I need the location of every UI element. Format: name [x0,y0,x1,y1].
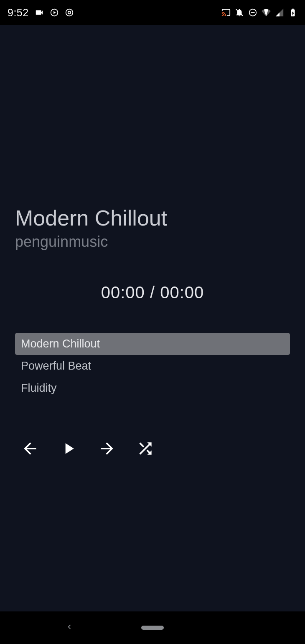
shuffle-icon [136,439,155,458]
status-bar-left: 9:52 [8,7,74,19]
playlist: Modern Chillout Powerful Beat Fluidity [15,333,290,399]
svg-point-2 [68,11,70,14]
playlist-item-label: Powerful Beat [21,360,91,373]
mute-icon [235,8,244,17]
play-icon [59,439,78,458]
arrow-right-icon [98,439,116,458]
track-title: Modern Chillout [15,25,290,231]
signal-icon [275,8,284,17]
time-display: 00:00 / 00:00 [15,283,290,302]
back-button[interactable] [65,622,74,633]
svg-point-1 [66,9,73,16]
at-circle-icon [65,8,74,17]
music-player-screen: Modern Chillout penguinmusic 00:00 / 00:… [0,25,305,611]
arrow-left-icon [21,439,39,458]
previous-button[interactable] [21,439,39,458]
total-time: 00:00 [160,283,204,302]
status-bar: 9:52 [0,0,305,25]
next-button[interactable] [98,439,116,458]
play-button[interactable] [59,439,78,458]
shuffle-button[interactable] [136,439,155,458]
elapsed-time: 00:00 [101,283,145,302]
battery-charging-icon [288,8,297,17]
playlist-item-label: Modern Chillout [21,337,100,350]
playlist-item-label: Fluidity [21,382,57,395]
playlist-item[interactable]: Modern Chillout [15,333,290,355]
time-separator: / [145,283,160,302]
navigation-bar [0,611,305,644]
dnd-icon [248,8,257,17]
clock: 9:52 [8,7,29,19]
chevron-left-icon [65,622,74,631]
cast-icon [221,8,231,17]
camera-icon [35,8,44,17]
track-artist: penguinmusic [15,233,290,251]
playlist-item[interactable]: Powerful Beat [15,355,290,377]
home-pill[interactable] [141,626,164,630]
status-bar-right [221,8,297,17]
wifi-icon [262,8,271,17]
player-controls [15,439,290,458]
playlist-item[interactable]: Fluidity [15,377,290,399]
play-circle-icon [50,8,59,17]
